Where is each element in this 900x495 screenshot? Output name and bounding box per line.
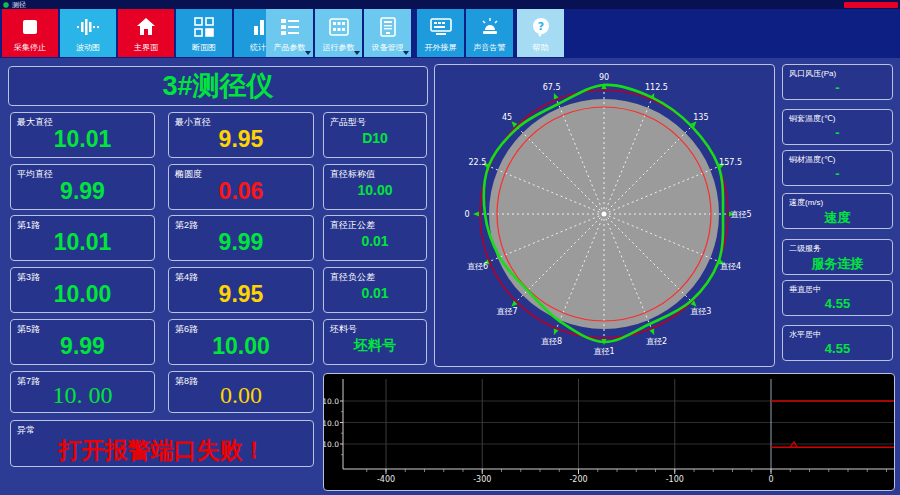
- polar-spoke-label: 90: [599, 73, 609, 82]
- polar-spoke-label: 157.5: [719, 158, 742, 167]
- toolbar-button-label: 产品参数: [274, 42, 306, 53]
- cell-channel-4: 第4路9.95: [168, 267, 314, 313]
- status-panel-material-temp: 铜材温度(℃)-: [782, 150, 893, 186]
- help-icon: ?: [517, 14, 564, 40]
- toolbar-button-label: 波动图: [76, 42, 100, 53]
- billet-no-label: 坯料号: [330, 323, 357, 336]
- horizontal-center-value: 4.55: [783, 341, 892, 356]
- channel-4-value: 9.95: [169, 281, 313, 308]
- plus-tolerance-value: 0.01: [324, 233, 426, 249]
- dropdown-arrow-icon: [403, 51, 409, 55]
- status-panel-air-pressure: 风口风压(Pa)-: [782, 64, 893, 100]
- material-temp-label: 铜材温度(℃): [789, 154, 835, 165]
- toolbar-button-device-manage[interactable]: 设备管理: [364, 9, 411, 57]
- window-controls[interactable]: [844, 2, 898, 8]
- air-pressure-value: -: [783, 80, 892, 95]
- polar-spoke-label: 135: [693, 113, 708, 122]
- toolbar-button-main-screen[interactable]: 主界面: [118, 9, 174, 57]
- toolbar-button-product-params[interactable]: 产品参数: [266, 9, 313, 57]
- toolbar-button-external-screen[interactable]: 开外接屏: [417, 9, 464, 57]
- sleeve-temp-label: 铜套温度(℃): [789, 113, 835, 124]
- polar-spoke-label: 112.5: [645, 83, 668, 92]
- vertical-center-value: 4.55: [783, 296, 892, 311]
- cell-nominal-diameter: 直径标称值10.00: [323, 164, 427, 210]
- polar-spoke-label: 45: [502, 113, 512, 122]
- toolbar-button-wave-chart[interactable]: 波动图: [60, 9, 116, 57]
- polar-chart-svg: 022.54567.590112.5135157.5直径5直径4直径3直径2直径…: [435, 65, 774, 366]
- channel-3-value: 10.00: [11, 281, 154, 308]
- app-icon: [3, 2, 9, 8]
- svg-text:?: ?: [537, 20, 543, 33]
- toolbar-button-label: 开外接屏: [425, 42, 457, 53]
- product-model-value: D10: [324, 130, 426, 146]
- toolbar-button-label: 声音告警: [474, 42, 506, 53]
- dropdown-arrow-icon: [354, 51, 360, 55]
- trend-x-tick-label: -300: [473, 475, 491, 484]
- status-panel-speed: 速度(m/s)速度: [782, 193, 893, 229]
- toolbar-button-label: 采集停止: [14, 42, 46, 53]
- plus-tolerance-label: 直径正公差: [330, 219, 375, 232]
- monitor-icon: [417, 14, 464, 40]
- material-temp-value: -: [783, 166, 892, 181]
- toolbar-button-label: 设备管理: [372, 42, 404, 53]
- channel-6-value: 10.00: [169, 333, 313, 360]
- panels-icon: [176, 14, 232, 40]
- polar-spoke-label: 0: [464, 210, 469, 219]
- window-title: 测径: [12, 1, 26, 8]
- device-icon: [364, 14, 411, 40]
- grid-icon: [315, 14, 362, 40]
- avg-diameter-value: 9.99: [11, 178, 154, 205]
- toolbar-button-label: 主界面: [134, 42, 158, 53]
- level2-service-value: 服务连接: [783, 255, 892, 273]
- polar-spoke-label: 直径2: [646, 337, 667, 346]
- product-model-label: 产品型号: [330, 116, 366, 129]
- status-panel-level2-service: 二级服务服务连接: [782, 239, 893, 275]
- home-icon: [118, 14, 174, 40]
- toolbar-button-stop-capture[interactable]: 采集停止: [2, 9, 58, 57]
- cell-plus-tolerance: 直径正公差0.01: [323, 215, 427, 261]
- trend-chart-panel: -400-300-200-100010.010.010.0: [323, 373, 895, 491]
- nominal-diameter-label: 直径标称值: [330, 168, 375, 181]
- cell-channel-5: 第5路9.99: [10, 319, 155, 365]
- trend-x-tick-label: -100: [666, 475, 684, 484]
- channel-5-value: 9.99: [11, 333, 154, 360]
- nominal-diameter-value: 10.00: [324, 182, 426, 198]
- polar-spoke-label: 22.5: [469, 158, 487, 167]
- alarm-message: 打开报警端口失败！: [11, 435, 313, 466]
- channel-8-value: 0.00: [169, 382, 313, 409]
- channel-7-value: 10. 00: [11, 382, 154, 409]
- cell-avg-diameter: 平均直径9.99: [10, 164, 155, 210]
- billet-no-value: 坯料号: [324, 337, 426, 355]
- cell-minus-tolerance: 直径负公差0.01: [323, 267, 427, 313]
- dropdown-arrow-icon: [305, 51, 311, 55]
- speed-label: 速度(m/s): [789, 197, 823, 208]
- gauge-title-panel: 3#测径仪: [8, 66, 428, 106]
- horizontal-center-label: 水平居中: [789, 329, 821, 340]
- alarm-panel: 异常 打开报警端口失败！: [10, 420, 314, 467]
- trend-x-tick-label: -400: [377, 475, 395, 484]
- stop-icon: [2, 14, 58, 40]
- cell-billet-no: 坯料号坯料号: [323, 319, 427, 365]
- trend-x-tick-label: -200: [569, 475, 587, 484]
- polar-spoke-label: 67.5: [543, 83, 561, 92]
- trend-y-tick-label: 10.0: [324, 419, 339, 428]
- toolbar-button-label: 运行参数: [323, 42, 355, 53]
- minus-tolerance-label: 直径负公差: [330, 271, 375, 284]
- min-diameter-value: 9.95: [169, 126, 313, 153]
- toolbar-button-help[interactable]: ?帮助: [517, 9, 564, 57]
- polar-spoke-label: 直径4: [720, 262, 741, 271]
- toolbar-button-sound-alarm[interactable]: 声音告警: [466, 9, 513, 57]
- waveform-icon: [60, 14, 116, 40]
- list-icon: [266, 14, 313, 40]
- cell-min-diameter: 最小直径9.95: [168, 112, 314, 158]
- toolbar-button-run-params[interactable]: 运行参数: [315, 9, 362, 57]
- max-diameter-value: 10.01: [11, 126, 154, 153]
- cell-channel-1: 第1路10.01: [10, 215, 155, 261]
- trend-y-tick-label: 10.0: [324, 440, 339, 449]
- polar-spoke-label: 直径1: [593, 347, 614, 356]
- application-window: 测径 采集停止波动图主界面断面图统计图产品参数运行参数设备管理开外接屏声音告警?…: [0, 0, 900, 495]
- cell-product-model: 产品型号D10: [323, 112, 427, 158]
- polar-spoke-label: 直径7: [497, 307, 518, 316]
- toolbar-button-section-chart[interactable]: 断面图: [176, 9, 232, 57]
- polar-spoke-label: 直径8: [541, 337, 562, 346]
